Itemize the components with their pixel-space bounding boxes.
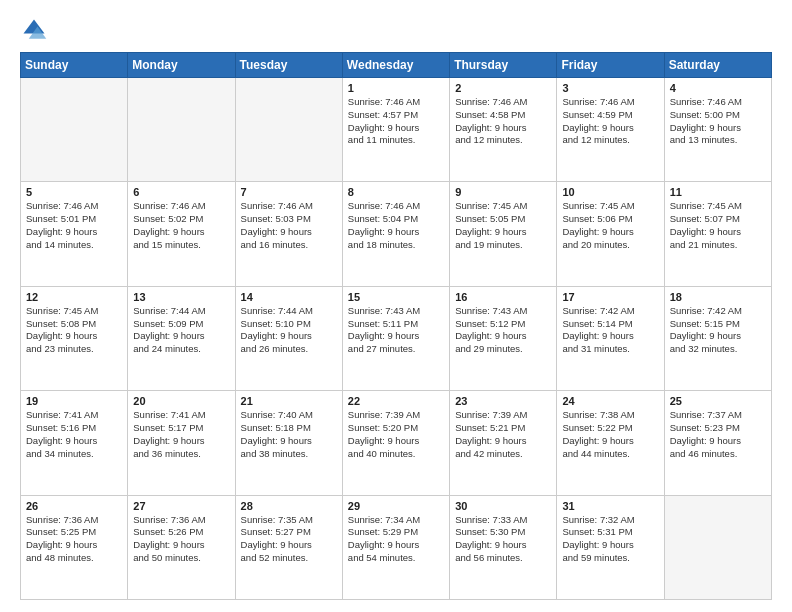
day-number: 6 [133, 186, 229, 198]
day-number: 20 [133, 395, 229, 407]
calendar-cell: 7Sunrise: 7:46 AM Sunset: 5:03 PM Daylig… [235, 182, 342, 286]
calendar-cell: 14Sunrise: 7:44 AM Sunset: 5:10 PM Dayli… [235, 286, 342, 390]
calendar-cell: 22Sunrise: 7:39 AM Sunset: 5:20 PM Dayli… [342, 391, 449, 495]
calendar-cell: 17Sunrise: 7:42 AM Sunset: 5:14 PM Dayli… [557, 286, 664, 390]
day-info: Sunrise: 7:45 AM Sunset: 5:07 PM Dayligh… [670, 200, 766, 251]
day-info: Sunrise: 7:46 AM Sunset: 5:01 PM Dayligh… [26, 200, 122, 251]
calendar-cell: 3Sunrise: 7:46 AM Sunset: 4:59 PM Daylig… [557, 78, 664, 182]
calendar-header-saturday: Saturday [664, 53, 771, 78]
calendar-week-5: 26Sunrise: 7:36 AM Sunset: 5:25 PM Dayli… [21, 495, 772, 599]
calendar-cell [128, 78, 235, 182]
calendar-cell: 5Sunrise: 7:46 AM Sunset: 5:01 PM Daylig… [21, 182, 128, 286]
calendar-cell: 31Sunrise: 7:32 AM Sunset: 5:31 PM Dayli… [557, 495, 664, 599]
day-number: 24 [562, 395, 658, 407]
calendar-cell: 23Sunrise: 7:39 AM Sunset: 5:21 PM Dayli… [450, 391, 557, 495]
day-info: Sunrise: 7:46 AM Sunset: 5:00 PM Dayligh… [670, 96, 766, 147]
day-number: 14 [241, 291, 337, 303]
day-info: Sunrise: 7:40 AM Sunset: 5:18 PM Dayligh… [241, 409, 337, 460]
calendar-cell: 27Sunrise: 7:36 AM Sunset: 5:26 PM Dayli… [128, 495, 235, 599]
day-number: 9 [455, 186, 551, 198]
day-number: 3 [562, 82, 658, 94]
day-info: Sunrise: 7:41 AM Sunset: 5:17 PM Dayligh… [133, 409, 229, 460]
calendar-header-wednesday: Wednesday [342, 53, 449, 78]
calendar-cell: 29Sunrise: 7:34 AM Sunset: 5:29 PM Dayli… [342, 495, 449, 599]
day-number: 25 [670, 395, 766, 407]
day-number: 17 [562, 291, 658, 303]
calendar-header-friday: Friday [557, 53, 664, 78]
day-number: 12 [26, 291, 122, 303]
day-number: 8 [348, 186, 444, 198]
calendar-week-1: 1Sunrise: 7:46 AM Sunset: 4:57 PM Daylig… [21, 78, 772, 182]
day-info: Sunrise: 7:45 AM Sunset: 5:05 PM Dayligh… [455, 200, 551, 251]
day-info: Sunrise: 7:45 AM Sunset: 5:08 PM Dayligh… [26, 305, 122, 356]
calendar-cell: 19Sunrise: 7:41 AM Sunset: 5:16 PM Dayli… [21, 391, 128, 495]
day-number: 19 [26, 395, 122, 407]
day-number: 21 [241, 395, 337, 407]
logo [20, 16, 52, 44]
day-info: Sunrise: 7:46 AM Sunset: 4:58 PM Dayligh… [455, 96, 551, 147]
calendar-cell: 11Sunrise: 7:45 AM Sunset: 5:07 PM Dayli… [664, 182, 771, 286]
day-info: Sunrise: 7:32 AM Sunset: 5:31 PM Dayligh… [562, 514, 658, 565]
day-number: 1 [348, 82, 444, 94]
day-number: 30 [455, 500, 551, 512]
calendar-header-monday: Monday [128, 53, 235, 78]
day-info: Sunrise: 7:46 AM Sunset: 5:04 PM Dayligh… [348, 200, 444, 251]
calendar-cell [21, 78, 128, 182]
day-info: Sunrise: 7:36 AM Sunset: 5:26 PM Dayligh… [133, 514, 229, 565]
day-info: Sunrise: 7:43 AM Sunset: 5:12 PM Dayligh… [455, 305, 551, 356]
calendar-week-2: 5Sunrise: 7:46 AM Sunset: 5:01 PM Daylig… [21, 182, 772, 286]
calendar-cell: 28Sunrise: 7:35 AM Sunset: 5:27 PM Dayli… [235, 495, 342, 599]
calendar-cell: 1Sunrise: 7:46 AM Sunset: 4:57 PM Daylig… [342, 78, 449, 182]
calendar-cell: 10Sunrise: 7:45 AM Sunset: 5:06 PM Dayli… [557, 182, 664, 286]
day-number: 18 [670, 291, 766, 303]
calendar-cell: 25Sunrise: 7:37 AM Sunset: 5:23 PM Dayli… [664, 391, 771, 495]
day-number: 31 [562, 500, 658, 512]
day-number: 29 [348, 500, 444, 512]
calendar-cell: 18Sunrise: 7:42 AM Sunset: 5:15 PM Dayli… [664, 286, 771, 390]
calendar-week-3: 12Sunrise: 7:45 AM Sunset: 5:08 PM Dayli… [21, 286, 772, 390]
day-info: Sunrise: 7:46 AM Sunset: 4:57 PM Dayligh… [348, 96, 444, 147]
day-info: Sunrise: 7:35 AM Sunset: 5:27 PM Dayligh… [241, 514, 337, 565]
calendar-cell: 20Sunrise: 7:41 AM Sunset: 5:17 PM Dayli… [128, 391, 235, 495]
calendar-table: SundayMondayTuesdayWednesdayThursdayFrid… [20, 52, 772, 600]
day-info: Sunrise: 7:39 AM Sunset: 5:20 PM Dayligh… [348, 409, 444, 460]
day-number: 11 [670, 186, 766, 198]
calendar-header-thursday: Thursday [450, 53, 557, 78]
calendar-cell: 8Sunrise: 7:46 AM Sunset: 5:04 PM Daylig… [342, 182, 449, 286]
day-info: Sunrise: 7:33 AM Sunset: 5:30 PM Dayligh… [455, 514, 551, 565]
day-info: Sunrise: 7:46 AM Sunset: 5:02 PM Dayligh… [133, 200, 229, 251]
day-info: Sunrise: 7:42 AM Sunset: 5:15 PM Dayligh… [670, 305, 766, 356]
calendar-cell: 16Sunrise: 7:43 AM Sunset: 5:12 PM Dayli… [450, 286, 557, 390]
day-info: Sunrise: 7:44 AM Sunset: 5:09 PM Dayligh… [133, 305, 229, 356]
day-info: Sunrise: 7:44 AM Sunset: 5:10 PM Dayligh… [241, 305, 337, 356]
day-number: 22 [348, 395, 444, 407]
day-info: Sunrise: 7:43 AM Sunset: 5:11 PM Dayligh… [348, 305, 444, 356]
header [20, 16, 772, 44]
calendar-cell: 6Sunrise: 7:46 AM Sunset: 5:02 PM Daylig… [128, 182, 235, 286]
day-info: Sunrise: 7:46 AM Sunset: 4:59 PM Dayligh… [562, 96, 658, 147]
calendar-cell: 12Sunrise: 7:45 AM Sunset: 5:08 PM Dayli… [21, 286, 128, 390]
calendar-cell: 15Sunrise: 7:43 AM Sunset: 5:11 PM Dayli… [342, 286, 449, 390]
logo-icon [20, 16, 48, 44]
calendar-header-row: SundayMondayTuesdayWednesdayThursdayFrid… [21, 53, 772, 78]
day-number: 13 [133, 291, 229, 303]
day-info: Sunrise: 7:37 AM Sunset: 5:23 PM Dayligh… [670, 409, 766, 460]
day-number: 28 [241, 500, 337, 512]
day-number: 4 [670, 82, 766, 94]
calendar-cell [235, 78, 342, 182]
calendar-cell: 2Sunrise: 7:46 AM Sunset: 4:58 PM Daylig… [450, 78, 557, 182]
day-info: Sunrise: 7:45 AM Sunset: 5:06 PM Dayligh… [562, 200, 658, 251]
day-number: 5 [26, 186, 122, 198]
day-info: Sunrise: 7:34 AM Sunset: 5:29 PM Dayligh… [348, 514, 444, 565]
calendar-week-4: 19Sunrise: 7:41 AM Sunset: 5:16 PM Dayli… [21, 391, 772, 495]
calendar-cell: 4Sunrise: 7:46 AM Sunset: 5:00 PM Daylig… [664, 78, 771, 182]
day-info: Sunrise: 7:46 AM Sunset: 5:03 PM Dayligh… [241, 200, 337, 251]
calendar-header-sunday: Sunday [21, 53, 128, 78]
page: SundayMondayTuesdayWednesdayThursdayFrid… [0, 0, 792, 612]
day-number: 15 [348, 291, 444, 303]
calendar-cell [664, 495, 771, 599]
day-number: 23 [455, 395, 551, 407]
calendar-cell: 21Sunrise: 7:40 AM Sunset: 5:18 PM Dayli… [235, 391, 342, 495]
day-info: Sunrise: 7:41 AM Sunset: 5:16 PM Dayligh… [26, 409, 122, 460]
day-number: 26 [26, 500, 122, 512]
